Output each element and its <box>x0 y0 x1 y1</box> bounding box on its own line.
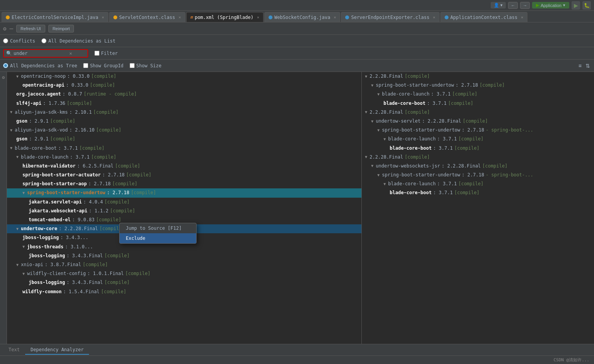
tree-item[interactable]: slf4j-api : 1.7.36 [compile] <box>7 99 361 108</box>
tree-item[interactable]: ▼ 2.2.28.Final [compile] <box>362 108 594 117</box>
show-size-checkbox[interactable] <box>130 63 135 68</box>
tree-item[interactable]: ▼ aliyun-java-sdk-kms : 2.10.1 [compile] <box>7 108 361 117</box>
tab-label-servlet: ServletContext.class <box>119 15 175 20</box>
tree-item[interactable]: ▼ spring-boot-starter-undertow : 2.7.18 … <box>362 81 594 90</box>
gear-icon[interactable]: ⚙ <box>3 26 6 32</box>
exclude-item[interactable]: Exclude <box>120 233 196 243</box>
tab-electric[interactable]: ElectricControlServiceImpl.java ✕ <box>2 12 108 22</box>
all-list-radio-label[interactable]: All Dependencies as List <box>41 38 115 44</box>
sidebar-icon: ⚙ <box>1 75 6 80</box>
filter-check-label[interactable]: Filter <box>94 51 118 56</box>
tree-item[interactable]: spring-boot-starter-aop : 2.7.18 [compil… <box>7 179 361 188</box>
tab-close-pom[interactable]: ✕ <box>257 15 259 19</box>
tab-close-servlet[interactable]: ✕ <box>179 15 181 19</box>
tree-item[interactable]: jboss-logging : 3.4.3.Final [compile] <box>7 278 361 287</box>
conflicts-label: Conflicts <box>10 38 35 44</box>
status-text: CSDN @清如许... <box>553 357 589 363</box>
tab-close-websocket[interactable]: ✕ <box>334 15 336 19</box>
refresh-ui-button[interactable]: Refresh UI <box>16 25 45 32</box>
filter-checkbox[interactable] <box>94 51 99 56</box>
chevron-icon: ▼ <box>383 181 386 187</box>
jump-to-source-item[interactable]: Jump to Source [F12] <box>120 223 196 233</box>
tree-item[interactable]: blade-core-boot : 3.7.1 [compile] <box>362 144 594 153</box>
show-groupid-checkbox[interactable] <box>83 63 88 68</box>
left-dependency-panel[interactable]: ▼ opentracing-noop : 0.33.0 [compile] op… <box>7 72 362 344</box>
tree-item[interactable]: jboss-logging : 3.4.3.Final [compile] <box>7 251 361 260</box>
tree-item[interactable]: gson : 2.9.1 [compile] <box>7 117 361 126</box>
chevron-icon: ▼ <box>371 163 373 169</box>
conflicts-radio-label[interactable]: Conflicts <box>3 38 35 44</box>
minus-icon[interactable]: — <box>9 25 13 32</box>
debug-button[interactable]: 🐛 <box>582 1 591 10</box>
filter-row-1: Conflicts All Dependencies as List <box>0 35 594 47</box>
chevron-icon: ▼ <box>365 109 367 115</box>
tree-item[interactable]: jakarta.servlet-api : 4.0.4 [compile] <box>7 198 361 207</box>
tab-label-pom: pom.xml (SpringBlade) <box>195 15 253 20</box>
tree-item[interactable]: ▼ 2.2.28.Final [compile] <box>362 153 594 162</box>
tab-icon-servlet <box>113 15 117 19</box>
search-box: 🔍 ✕ <box>3 49 88 58</box>
tree-item-undertow-selected[interactable]: ▼ spring-boot-starter-undertow : 2.7.18 … <box>7 188 361 197</box>
chevron-icon: ▼ <box>377 172 380 178</box>
tree-item[interactable]: ▼ undertow-servlet : 2.2.28.Final [compi… <box>362 117 594 126</box>
tree-item[interactable]: ▼ spring-boot-starter-undertow : 2.7.18 … <box>362 171 594 179</box>
tree-item[interactable]: ▼ blade-core-launch : 3.7.1 [compile] <box>362 135 594 144</box>
tree-item[interactable]: ▼ blade-core-launch : 3.7.1 [compile] <box>362 90 594 99</box>
tab-servlet[interactable]: ServletContext.class ✕ <box>109 12 185 22</box>
tab-server[interactable]: ServerEndpointExporter.class ✕ <box>341 12 439 22</box>
tree-item[interactable]: gson : 2.9.1 [compile] <box>7 135 361 144</box>
tree-item[interactable]: ▼ xnio-api : 3.8.7.Final [compile] <box>7 260 361 269</box>
right-dependency-panel[interactable]: ▼ 2.2.28.Final [compile] ▼ spring-boot-s… <box>362 72 594 344</box>
tree-item[interactable]: ▼ undertow-websockets-jsr : 2.2.28.Final… <box>362 162 594 171</box>
profile-button[interactable]: 👤 ▾ <box>491 2 506 9</box>
tab-label-electric: ElectricControlServiceImpl.java <box>12 15 98 20</box>
collapse-icon-button[interactable]: ⇅ <box>585 62 591 70</box>
align-icon-button[interactable]: ≡ <box>578 62 582 70</box>
arrow-left-button[interactable]: ← <box>508 2 518 9</box>
tree-item[interactable]: spring-boot-starter-actuator : 2.7.18 [c… <box>7 171 361 179</box>
all-tree-radio-label[interactable]: All Dependencies as Tree <box>3 63 77 68</box>
tree-item[interactable]: ▼ 2.2.28.Final [compile] <box>362 72 594 81</box>
tab-close-electric[interactable]: ✕ <box>102 15 104 19</box>
all-list-radio[interactable] <box>41 38 46 43</box>
tree-item[interactable]: ▼ blade-core-launch : 3.7.1 [compile] <box>362 179 594 188</box>
tab-close-server[interactable]: ✕ <box>433 15 435 19</box>
tree-item[interactable]: wildfly-common : 1.5.4.Final [compile] <box>7 287 361 296</box>
tree-item[interactable]: blade-core-boot : 3.7.1 [compile] <box>362 188 594 197</box>
tree-item[interactable]: ▼ spring-boot-starter-undertow : 2.7.18 … <box>362 126 594 135</box>
reimport-button[interactable]: Reimport <box>48 25 74 32</box>
tree-item[interactable]: ▼ aliyun-java-sdk-vod : 2.16.10 [compile… <box>7 126 361 135</box>
tab-icon-server <box>345 15 349 19</box>
tree-item[interactable]: ▼ wildfly-client-config : 1.0.1.Final [c… <box>7 269 361 278</box>
chevron-icon: ▼ <box>365 73 367 80</box>
run-button[interactable]: ▶ <box>572 1 580 10</box>
tree-item[interactable]: ▼ opentracing-noop : 0.33.0 [compile] <box>7 72 361 81</box>
conflicts-radio[interactable] <box>3 38 8 43</box>
all-tree-radio[interactable] <box>3 63 8 68</box>
chevron-icon: ▼ <box>365 154 367 160</box>
tree-item[interactable]: ▼ blade-core-launch : 3.7.1 [compile] <box>7 153 361 162</box>
show-groupid-text: Show GroupId <box>90 63 123 68</box>
tree-item[interactable]: opentracing-api : 0.33.0 [compile] <box>7 81 361 90</box>
arrow-right-button[interactable]: → <box>520 2 530 9</box>
tab-close-appcontext[interactable]: ✕ <box>521 15 523 19</box>
tab-pom[interactable]: m pom.xml (SpringBlade) ✕ <box>186 12 264 22</box>
show-groupid-label[interactable]: Show GroupId <box>83 63 123 68</box>
tab-websocket[interactable]: WebSocketConfig.java ✕ <box>264 12 341 22</box>
tab-icon-appcontext <box>445 15 448 19</box>
search-input[interactable] <box>14 51 68 56</box>
tree-item[interactable]: blade-core-boot : 3.7.1 [compile] <box>362 99 594 108</box>
tree-item[interactable]: org.jacoco.agent : 0.8.7 [runtime - comp… <box>7 90 361 99</box>
tab-label-websocket: WebSocketConfig.java <box>274 15 330 20</box>
tab-text[interactable]: Text <box>3 345 25 355</box>
chevron-icon: ▼ <box>383 136 386 142</box>
tree-item[interactable]: ▼ jboss-threads : 3.1.0... <box>7 243 361 251</box>
tree-item[interactable]: hibernate-validator : 6.2.5.Final [compi… <box>7 162 361 171</box>
application-run-button[interactable]: ▶ Application ▾ <box>532 2 569 9</box>
tab-dependency-analyzer[interactable]: Dependency Analyzer <box>25 345 89 355</box>
search-clear-icon[interactable]: ✕ <box>69 51 72 56</box>
tree-item[interactable]: ▼ blade-core-boot : 3.7.1 [compile] <box>7 144 361 153</box>
tab-appcontext[interactable]: ApplicationContext.class ✕ <box>440 12 527 22</box>
tree-item[interactable]: jakarta.websocket-api : 1.1.2 [compile] <box>7 207 361 215</box>
show-size-label[interactable]: Show Size <box>130 63 161 68</box>
